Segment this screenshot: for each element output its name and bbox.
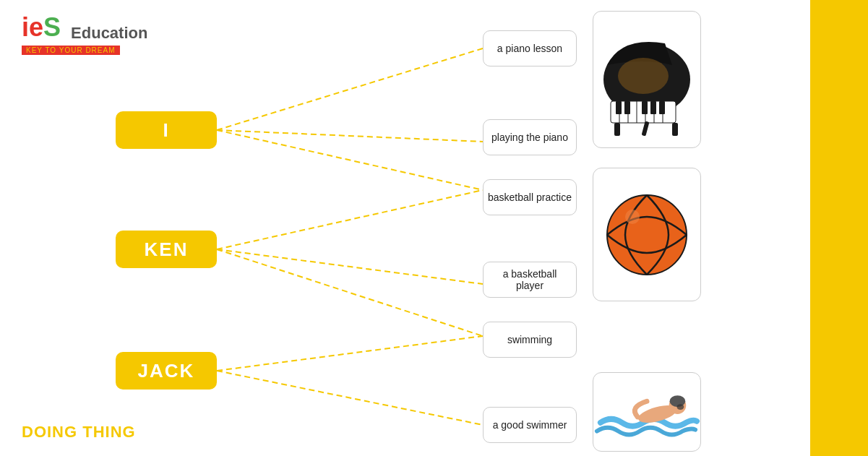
label-basketball-practice: basketball practice: [483, 179, 577, 215]
svg-line-0: [217, 48, 483, 130]
svg-rect-16: [616, 101, 622, 114]
name-box-ken: KEN: [116, 231, 217, 268]
label-swimming: swimming: [483, 322, 577, 358]
label-piano-lesson: a piano lesson: [483, 30, 577, 66]
svg-point-31: [676, 404, 684, 410]
doing-thing-label: DOING THING: [22, 423, 136, 442]
svg-rect-23: [642, 121, 650, 137]
logo-s: S: [43, 12, 61, 42]
image-box-swimmer: [593, 372, 701, 452]
svg-rect-17: [624, 101, 630, 114]
logo-education: Education: [71, 24, 147, 42]
name-box-jack: JACK: [116, 352, 217, 390]
label-basketball-player: a basketball player: [483, 262, 577, 298]
piano-svg: [600, 22, 694, 137]
logo-ies: ieS: [22, 12, 68, 42]
svg-line-7: [217, 371, 483, 425]
svg-rect-22: [672, 123, 678, 136]
basketball-svg: [600, 188, 694, 282]
swimmer-svg: [593, 379, 700, 444]
label-playing-piano: playing the piano: [483, 119, 577, 155]
logo-e: e: [29, 12, 43, 42]
label-good-swimmer: a good swimmer: [483, 407, 577, 443]
svg-rect-20: [659, 101, 665, 114]
svg-rect-21: [614, 123, 620, 136]
logo: ieS Education KEY TO YOUR DREAM: [22, 14, 147, 56]
name-box-i: I: [116, 111, 217, 149]
right-bar: [810, 0, 868, 456]
svg-rect-19: [650, 101, 656, 114]
svg-point-24: [618, 58, 669, 94]
svg-point-26: [625, 210, 640, 224]
svg-rect-18: [642, 101, 648, 114]
image-box-basketball: [593, 168, 701, 301]
svg-line-6: [217, 336, 483, 371]
svg-line-4: [217, 249, 483, 284]
svg-line-2: [217, 130, 483, 190]
svg-line-3: [217, 190, 483, 249]
image-box-piano: [593, 11, 701, 148]
svg-line-1: [217, 130, 483, 142]
svg-line-5: [217, 249, 483, 336]
logo-tagline: KEY TO YOUR DREAM: [22, 46, 120, 55]
logo-i: i: [22, 12, 29, 42]
